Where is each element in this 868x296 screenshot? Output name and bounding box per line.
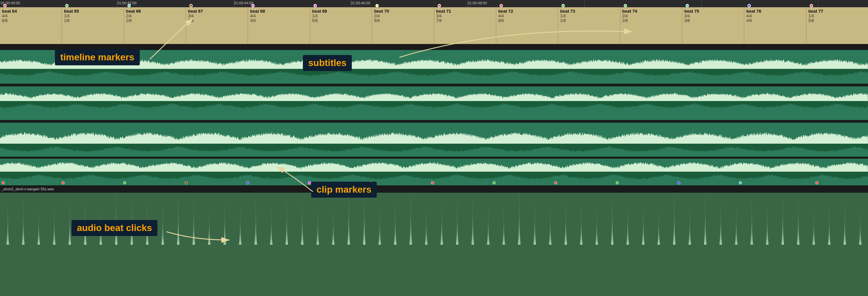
beat-label: beat 64	[2, 9, 60, 14]
beat-label: beat 73	[560, 9, 618, 14]
beat-cell-73: beat 73 1/4 1/8	[558, 7, 620, 44]
beat-f1: 1/4	[312, 14, 370, 18]
beat-f1: 3/4	[684, 14, 742, 18]
clip-marker-dot-1	[2, 181, 5, 184]
beat-label: beat 75	[684, 9, 742, 14]
marker-dot	[810, 4, 813, 7]
beat-cell-70: beat 70 2/4 6/8	[372, 7, 434, 44]
beat-cell-64: beat 64 4/4 8/8	[0, 7, 62, 44]
marker-dot	[438, 4, 441, 7]
beat-f1: 1/4	[560, 14, 618, 18]
marker-dot	[127, 4, 131, 7]
beat-cell-75: beat 75 3/4 3/8	[682, 7, 744, 44]
annotation-audio-beat-clicks: audio beat clicks	[71, 220, 157, 236]
beat-cell-74: beat 74 2/4 2/8	[620, 7, 682, 44]
clip-marker-dot-4	[185, 181, 188, 184]
clip-marker-dot-3	[123, 181, 126, 184]
clip-marker-dot-9	[431, 181, 434, 184]
beat-label: beat 71	[436, 9, 494, 14]
beat-label: beat 69	[312, 9, 370, 14]
ruler-tick-4: 01:00:46:00	[351, 1, 370, 5]
beat-f2: 1/8	[64, 18, 122, 23]
ruler-tick-5: 01:00:48:00	[468, 1, 487, 5]
beat-markers-row: beat 64 4/4 8/8 beat 65 1/4 1/8 beat 66 …	[0, 7, 868, 44]
beat-label: beat 70	[374, 9, 432, 14]
beat-f2: 5/8	[312, 18, 370, 23]
beat-f2: 2/8	[126, 18, 184, 23]
beat-clicks-waveform	[0, 193, 868, 296]
clip-marker-dot-6	[308, 181, 311, 184]
beat-label: beat 77	[808, 9, 866, 14]
beat-f1: 2/4	[126, 14, 184, 18]
beat-cell-72: beat 72 4/4 8/8	[496, 7, 558, 44]
beat-f2: 4/8	[746, 18, 804, 23]
beat-label: beat 74	[622, 9, 680, 14]
beat-cell-76: beat 76 4/4 4/8	[744, 7, 806, 44]
beat-cell-69: beat 69 1/4 5/8	[310, 7, 372, 44]
beat-cell-65: beat 65 1/4 1/8	[62, 7, 124, 44]
beat-cell-71: beat 71 3/4 7/8	[434, 7, 496, 44]
clip-markers-strip: _short2_devil-s-bargain 55s.wav	[0, 185, 868, 193]
beat-cell-68: beat 68 4/4 4/8	[248, 7, 310, 44]
annotation-audio-beat-clicks-text: audio beat clicks	[77, 223, 152, 233]
beat-f1: 1/4	[64, 14, 122, 18]
beat-f2: 4/8	[250, 18, 308, 23]
clip-waveform: _short2_devil-s-bargain 55s.wav	[0, 123, 868, 193]
beat-f1: 4/4	[746, 14, 804, 18]
annotation-clip-markers: clip markers	[311, 182, 377, 198]
marker-dot	[313, 4, 317, 7]
clip-filename: _short2_devil-s-bargain 55s.wav	[0, 187, 54, 191]
beat-label: beat 67	[188, 9, 246, 14]
beat-f1: 4/4	[250, 14, 308, 18]
beat-f2: 3/8	[684, 18, 742, 23]
annotation-clip-markers-text: clip markers	[316, 184, 371, 195]
beat-f1: 1/4	[808, 14, 866, 18]
marker-dot	[686, 4, 689, 7]
clip-marker-dot-12	[616, 181, 619, 184]
clip-marker-dot-11	[554, 181, 557, 184]
annotation-timeline-markers-text: timeline markers	[60, 52, 134, 62]
beat-cell-67: beat 67 3/4 3/8	[186, 7, 248, 44]
beat-label: beat 66	[126, 9, 184, 14]
beat-f2: 5/8	[808, 18, 866, 23]
clip-marker-dot-14	[739, 181, 742, 184]
beat-f1: 3/4	[188, 14, 246, 18]
annotation-timeline-markers: timeline markers	[55, 49, 140, 65]
ruler-tick-3: 01:00:44:00	[234, 1, 253, 5]
beat-label: beat 68	[250, 9, 308, 14]
beat-cell-77: beat 77 1/4 5/8	[806, 7, 868, 44]
clip-marker-dot-13	[677, 181, 680, 184]
beat-label: beat 76	[746, 9, 804, 14]
annotation-subtitles-text: subtitles	[308, 58, 346, 68]
beat-f1: 4/4	[498, 14, 556, 18]
waveform-separator	[0, 120, 868, 123]
beat-f2: 7/8	[436, 18, 494, 23]
beat-label: beat 65	[64, 9, 122, 14]
annotation-subtitles: subtitles	[303, 55, 352, 71]
beat-f2: 2/8	[622, 18, 680, 23]
marker-dot	[624, 4, 627, 7]
beat-cell-66: beat 66 2/4 2/8	[124, 7, 186, 44]
marker-dot	[3, 4, 7, 7]
beat-f2: 8/8	[2, 18, 60, 23]
beat-f2: 3/8	[188, 18, 246, 23]
marker-dot	[500, 4, 503, 7]
beat-label: beat 72	[498, 9, 556, 14]
clip-marker-dot-15	[815, 181, 818, 184]
beat-f2: 8/8	[498, 18, 556, 23]
clip-marker-dot-5	[246, 181, 249, 184]
ruler-tick-2: 01:00:42:00	[117, 1, 136, 5]
beat-f1: 2/4	[374, 14, 432, 18]
beat-f2: 6/8	[374, 18, 432, 23]
beat-f1: 2/4	[622, 14, 680, 18]
clip-marker-dot-2	[62, 181, 65, 184]
beat-f1: 3/4	[436, 14, 494, 18]
clip-marker-dot-10	[493, 181, 496, 184]
beat-f2: 1/8	[560, 18, 618, 23]
beat-f1: 4/4	[2, 14, 60, 18]
